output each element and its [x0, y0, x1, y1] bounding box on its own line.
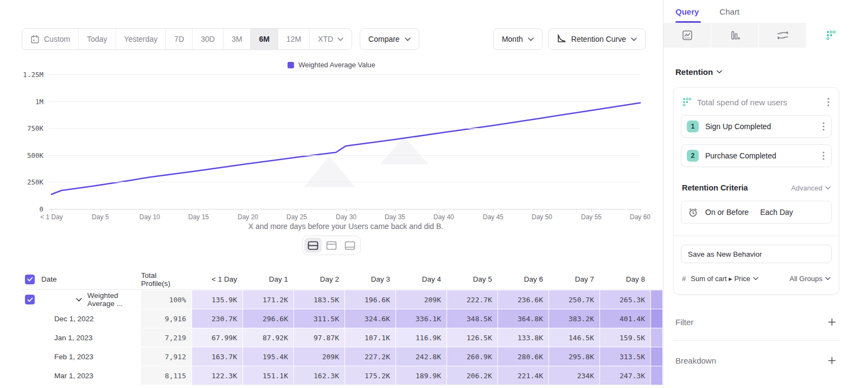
- range-30d[interactable]: 30D: [193, 29, 224, 49]
- profiles-cell: 8,115: [141, 366, 192, 385]
- value-cell: 260.9K: [447, 347, 497, 366]
- table-row: Feb 1, 20237,912163.7K195.4K209K227.2K24…: [22, 347, 663, 366]
- value-cell: 122.3K: [192, 366, 242, 385]
- row-date-cell[interactable]: Feb 1, 2023: [22, 347, 141, 366]
- bottom-panel-view-button[interactable]: [341, 238, 359, 253]
- row-date-label: Feb 1, 2023: [54, 353, 93, 361]
- y-axis-tick: 0: [0, 205, 43, 213]
- row-checkbox[interactable]: [25, 295, 35, 304]
- compare-button[interactable]: Compare: [360, 28, 419, 50]
- kebab-menu-icon[interactable]: [826, 97, 831, 107]
- row-date-label: Jan 1, 2023: [54, 334, 93, 342]
- value-cell: 313.5K: [600, 347, 650, 366]
- y-axis-tick: 1M: [0, 98, 43, 106]
- x-axis-tickmark: [542, 209, 542, 212]
- chart-caption: X and more days before your Users came b…: [49, 222, 643, 231]
- gridline: [49, 155, 640, 156]
- chevron-down-icon: [631, 37, 637, 41]
- retention-icon: [682, 97, 692, 107]
- save-as-new-behavior-button[interactable]: Save as New Behavior: [681, 245, 832, 263]
- range-3m[interactable]: 3M: [224, 29, 251, 49]
- table-row: Weighted Average ...100%135.9K171.2K183.…: [22, 290, 663, 309]
- range-6m[interactable]: 6M: [251, 29, 278, 49]
- report-tab-retention[interactable]: [807, 23, 854, 48]
- row-date-cell[interactable]: Dec 1, 2022: [22, 309, 141, 328]
- kebab-menu-icon[interactable]: [821, 150, 826, 161]
- header-cell: Day 8: [600, 269, 650, 289]
- chart-type-button[interactable]: Retention Curve: [548, 28, 646, 50]
- granularity-button[interactable]: Month: [493, 28, 542, 50]
- x-axis-tick: Day 60: [618, 213, 662, 221]
- chart-legend[interactable]: Weighted Average Value: [0, 61, 663, 69]
- range-7d[interactable]: 7D: [166, 29, 193, 49]
- tab-query[interactable]: Query: [675, 7, 699, 23]
- value-cell: 97.87K: [294, 328, 344, 347]
- chevron-down-icon: [825, 186, 831, 190]
- legend-swatch: [288, 62, 294, 68]
- event-step-row[interactable]: 2Purchase Completed: [681, 144, 832, 167]
- timing-value: Each Day: [760, 208, 793, 217]
- top-panel-view-button[interactable]: [323, 238, 340, 253]
- retention-curve-chart[interactable]: 1.25M1M750K500K250K0< 1 DayDay 5Day 10Da…: [0, 71, 663, 233]
- header-cell: Day 6: [498, 269, 548, 289]
- header-date: Date: [22, 269, 141, 289]
- chevron-down-icon: [753, 277, 758, 281]
- event-step-row[interactable]: 1Sign Up Completed: [681, 115, 832, 138]
- value-cell: 159.5K: [600, 328, 650, 347]
- retention-table: DateTotal Profile(s)< 1 DayDay 1Day 2Day…: [22, 269, 663, 385]
- query-sidebar: Query Chart Retention Total spend of new…: [663, 0, 868, 388]
- header-cell: Total Profile(s): [141, 269, 192, 289]
- expand-chevron-icon[interactable]: [76, 298, 82, 302]
- breakdown-row: Breakdown: [673, 356, 839, 365]
- retention-criteria-row: Retention Criteria Advanced: [681, 183, 832, 192]
- add-filter-button[interactable]: [828, 318, 836, 326]
- report-tab-insights[interactable]: [663, 23, 711, 48]
- x-axis-tickmark: [150, 209, 150, 212]
- row-date-label: Weighted Average ...: [87, 291, 141, 308]
- gridline: [49, 74, 640, 75]
- value-cell: 195.4K: [243, 347, 293, 366]
- report-tab-funnels[interactable]: [711, 23, 758, 48]
- value-cell: 295.8K: [549, 347, 599, 366]
- range-label: Yesterday: [124, 35, 158, 43]
- row-date-cell[interactable]: Weighted Average ...: [22, 290, 141, 309]
- value-cell: 230.7K: [192, 309, 242, 328]
- bottom-panel-view-icon: [344, 241, 355, 250]
- criteria-mode-dropdown[interactable]: Advanced: [791, 184, 831, 192]
- row-date-cell[interactable]: Mar 1, 2023: [22, 366, 141, 385]
- x-axis-tickmark: [248, 209, 248, 212]
- legend-label: Weighted Average Value: [298, 61, 375, 69]
- timing-selector[interactable]: On or Before Each Day: [681, 201, 832, 224]
- range-label: XTD: [318, 35, 333, 43]
- main-panel: CustomTodayYesterday7D30D3M6M12MXTD Comp…: [0, 0, 663, 388]
- tab-chart[interactable]: Chart: [719, 7, 739, 23]
- add-breakdown-button[interactable]: [828, 357, 836, 365]
- value-cell: 336.1K: [396, 309, 446, 328]
- header-cell: < 1 Day: [192, 269, 242, 289]
- value-cell: 135.9K: [192, 290, 242, 309]
- report-tab-flows[interactable]: [759, 23, 806, 48]
- measure-property-dropdown[interactable]: Sum of cart ▸ Price: [691, 275, 758, 283]
- range-12m[interactable]: 12M: [278, 29, 310, 49]
- value-cell: 196.6K: [345, 290, 395, 309]
- range-label: 3M: [232, 35, 242, 43]
- split-view-button[interactable]: [304, 238, 322, 253]
- retention-section-toggle[interactable]: Retention: [675, 67, 839, 77]
- value-cell: 183.5K: [294, 290, 344, 309]
- select-all-checkbox[interactable]: [25, 275, 35, 284]
- kebab-menu-icon[interactable]: [821, 121, 826, 132]
- calendar-icon: [30, 35, 40, 44]
- value-cell: 236.6K: [498, 290, 548, 309]
- value-cell: 348.5K: [447, 309, 497, 328]
- retention-icon: [825, 29, 837, 41]
- x-axis-tickmark: [297, 209, 297, 212]
- groups-dropdown[interactable]: All Groups: [789, 275, 831, 283]
- range-yesterday[interactable]: Yesterday: [116, 29, 167, 49]
- range-today[interactable]: Today: [79, 29, 116, 49]
- range-custom[interactable]: Custom: [22, 29, 79, 49]
- range-xtd[interactable]: XTD: [310, 29, 352, 49]
- measure-row: # Sum of cart ▸ Price All Groups: [681, 271, 832, 285]
- gridline: [49, 182, 640, 182]
- row-date-cell[interactable]: Jan 1, 2023: [22, 328, 141, 347]
- flows-icon: [776, 29, 789, 41]
